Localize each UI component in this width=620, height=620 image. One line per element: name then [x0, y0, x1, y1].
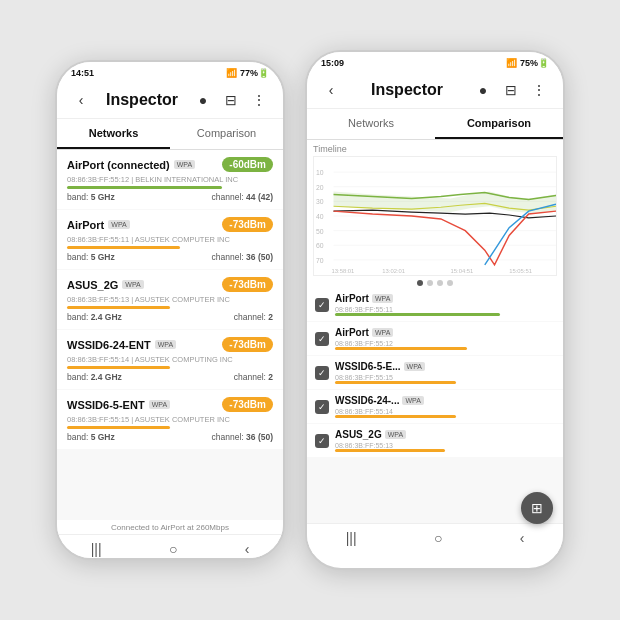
svg-text:60: 60 [316, 242, 324, 249]
phone-right: 15:09 📶 75%🔋 ‹ Inspector ● ⊟ ⋮ Networks … [305, 50, 565, 570]
circle-button-left[interactable]: ● [189, 86, 217, 114]
legend-item[interactable]: ✓ AirPort WPA 08:86:3B:FF:55:11 [307, 288, 563, 321]
svg-text:50: 50 [316, 228, 324, 235]
signal-bar [67, 366, 170, 369]
svg-text:30: 30 [316, 198, 324, 205]
chart-svg: 10 20 30 40 50 60 70 13:58: [314, 157, 556, 275]
nav-menu-left[interactable]: ||| [91, 541, 102, 557]
network-item[interactable]: WSSID6-5-ENT WPA -73dBm 08:86:3B:FF:55:1… [57, 390, 283, 449]
back-button-right[interactable]: ‹ [317, 76, 345, 104]
dot-3[interactable] [437, 280, 443, 286]
status-icons-left: 📶 77%🔋 [226, 68, 269, 78]
signal-bar [67, 246, 180, 249]
status-icons-right: 📶 75%🔋 [506, 58, 549, 68]
legend-checkbox[interactable]: ✓ [315, 366, 329, 380]
legend-signal-bar [335, 313, 500, 316]
chart-dots [313, 280, 557, 286]
battery-left: 77%🔋 [240, 68, 269, 78]
legend-list: ✓ AirPort WPA 08:86:3B:FF:55:11 ✓ AirPor… [307, 288, 563, 523]
legend-signal-bar [335, 415, 456, 418]
network-item[interactable]: WSSID6-24-ENT WPA -73dBm 08:86:3B:FF:55:… [57, 330, 283, 389]
dot-4[interactable] [447, 280, 453, 286]
legend-signal-bar [335, 381, 456, 384]
legend-checkbox[interactable]: ✓ [315, 298, 329, 312]
page-title-left: Inspector [95, 91, 189, 109]
network-item[interactable]: AirPort WPA -73dBm 08:86:3B:FF:55:11 | A… [57, 210, 283, 269]
svg-text:70: 70 [316, 257, 324, 264]
filter-button-right[interactable]: ⊟ [497, 76, 525, 104]
svg-text:15:05:51: 15:05:51 [509, 268, 532, 274]
svg-text:40: 40 [316, 213, 324, 220]
menu-button-right[interactable]: ⋮ [525, 76, 553, 104]
network-item[interactable]: ASUS_2G WPA -73dBm 08:86:3B:FF:55:13 | A… [57, 270, 283, 329]
nav-home-left[interactable]: ○ [169, 541, 177, 557]
menu-button-left[interactable]: ⋮ [245, 86, 273, 114]
chart-label: Timeline [313, 144, 557, 154]
back-button-left[interactable]: ‹ [67, 86, 95, 114]
legend-checkbox[interactable]: ✓ [315, 332, 329, 346]
phone-left: 14:51 📶 77%🔋 ‹ Inspector ● ⊟ ⋮ Networks … [55, 60, 285, 560]
status-bar-right: 15:09 📶 75%🔋 [307, 52, 563, 72]
legend-item[interactable]: ✓ WSSID6-5-E... WPA 08:86:3B:FF:55:15 [307, 356, 563, 389]
chart-container: 10 20 30 40 50 60 70 13:58: [313, 156, 557, 276]
legend-item[interactable]: ✓ WSSID6-24-... WPA 08:86:3B:FF:55:14 [307, 390, 563, 423]
bottom-nav-right: ||| ○ ‹ [307, 523, 563, 554]
time-left: 14:51 [71, 68, 94, 78]
legend-checkbox[interactable]: ✓ [315, 400, 329, 414]
network-item[interactable]: AirPort (connected) WPA -60dBm 08:86:3B:… [57, 150, 283, 209]
svg-text:15:04:51: 15:04:51 [451, 268, 474, 274]
connected-notice: Connected to AirPort at 260Mbps [57, 520, 283, 534]
time-right: 15:09 [321, 58, 344, 68]
tab-networks-left[interactable]: Networks [57, 119, 170, 149]
legend-signal-bar [335, 449, 445, 452]
dot-2[interactable] [427, 280, 433, 286]
status-bar-left: 14:51 📶 77%🔋 [57, 62, 283, 82]
network-list: AirPort (connected) WPA -60dBm 08:86:3B:… [57, 150, 283, 520]
svg-text:13:02:01: 13:02:01 [382, 268, 405, 274]
app-bar-right: ‹ Inspector ● ⊟ ⋮ [307, 72, 563, 109]
legend-checkbox[interactable]: ✓ [315, 434, 329, 448]
legend-item[interactable]: ✓ ASUS_2G WPA 08:86:3B:FF:55:13 [307, 424, 563, 457]
legend-signal-bar [335, 347, 467, 350]
tab-comparison-left[interactable]: Comparison [170, 119, 283, 149]
chart-area: Timeline 10 20 30 40 50 60 70 [307, 140, 563, 288]
app-bar-left: ‹ Inspector ● ⊟ ⋮ [57, 82, 283, 119]
nav-menu-right[interactable]: ||| [346, 530, 357, 546]
signal-bar [67, 186, 222, 189]
circle-button-right[interactable]: ● [469, 76, 497, 104]
bottom-nav-left: ||| ○ ‹ [57, 534, 283, 560]
battery-right: 75%🔋 [520, 58, 549, 68]
filter-button-left[interactable]: ⊟ [217, 86, 245, 114]
svg-text:20: 20 [316, 184, 324, 191]
svg-text:13:58:01: 13:58:01 [332, 268, 355, 274]
legend-item[interactable]: ✓ AirPort WPA 08:86:3B:FF:55:12 [307, 322, 563, 355]
page-title-right: Inspector [345, 81, 469, 99]
tab-bar-right: Networks Comparison [307, 109, 563, 140]
tab-networks-right[interactable]: Networks [307, 109, 435, 139]
nav-back-right[interactable]: ‹ [520, 530, 525, 546]
tab-comparison-right[interactable]: Comparison [435, 109, 563, 139]
dot-1[interactable] [417, 280, 423, 286]
svg-text:10: 10 [316, 169, 324, 176]
nav-back-left[interactable]: ‹ [245, 541, 250, 557]
signal-bar [67, 426, 170, 429]
tab-bar-left: Networks Comparison [57, 119, 283, 150]
fab-button[interactable]: ⊞ [521, 492, 553, 524]
signal-bar [67, 306, 170, 309]
nav-home-right[interactable]: ○ [434, 530, 442, 546]
